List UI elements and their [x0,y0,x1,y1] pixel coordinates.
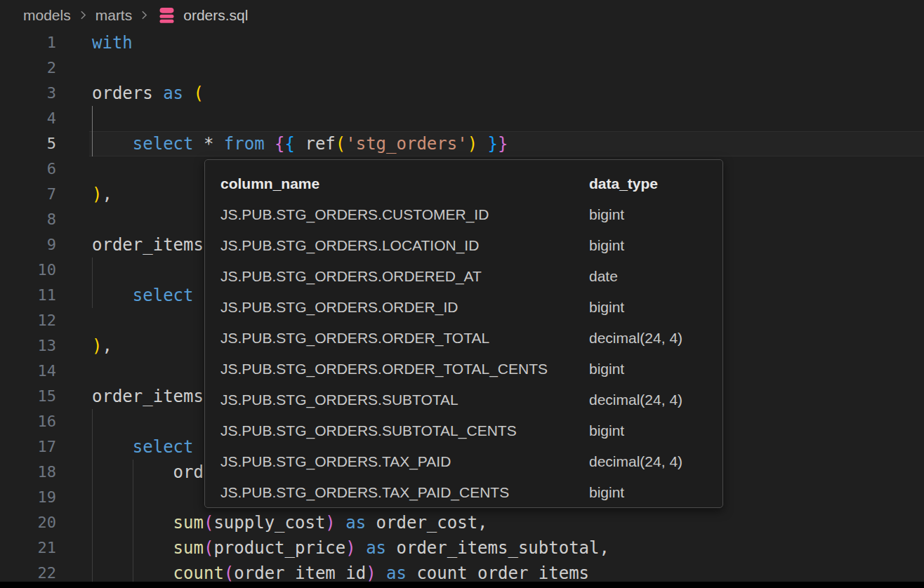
cell-column-name: JS.PUB.STG_ORDERS.TAX_PAID [220,453,589,470]
table-row: JS.PUB.STG_ORDERS.SUBTOTALdecimal(24, 4) [205,385,722,415]
line-number: 19 [0,485,56,510]
cell-column-name: JS.PUB.STG_ORDERS.ORDER_TOTAL_CENTS [220,361,589,377]
cell-data-type: bigint [589,206,722,223]
code-text: order_items [92,384,204,409]
line-number: 17 [0,434,56,460]
table-row: JS.PUB.STG_ORDERS.ORDER_TOTAL_CENTSbigin… [205,354,722,385]
line-number: 2 [0,55,56,81]
code-text: select * from {{ ref('stg_orders') }} [92,131,508,156]
code-line[interactable]: 20 sum(supply_cost) as order_cost, [0,510,924,535]
cell-column-name: JS.PUB.STG_ORDERS.ORDER_TOTAL [220,330,589,347]
cell-data-type: date [589,268,722,285]
line-number: 18 [0,460,56,485]
line-number: 5 [0,131,56,156]
cell-data-type: decimal(24, 4) [589,453,722,470]
code-text: sum(product_price) as order_items_subtot… [92,535,609,561]
line-number: 4 [0,106,56,131]
line-number: 13 [0,333,56,359]
cell-column-name: JS.PUB.STG_ORDERS.LOCATION_ID [220,237,589,254]
table-row: JS.PUB.STG_ORDERS.ORDER_IDbigint [205,292,722,323]
line-number: 10 [0,258,56,283]
code-line[interactable]: 3orders as ( [0,81,924,106]
table-header-row: column_namedata_type [205,168,722,199]
cell-data-type: bigint [589,237,722,254]
breadcrumb-item-marts[interactable]: marts [95,7,133,24]
line-number: 11 [0,283,56,308]
code-text: sum(supply_cost) as order_cost, [92,510,488,535]
cell-data-type: bigint [589,422,722,439]
line-number: 1 [0,30,56,55]
code-text: select [92,434,194,460]
line-number: 14 [0,359,56,384]
breadcrumb-item-models[interactable]: models [23,7,71,24]
chevron-right-icon [138,9,150,21]
line-number: 7 [0,182,56,207]
cell-column-name: JS.PUB.STG_ORDERS.SUBTOTAL [220,392,589,408]
table-row: JS.PUB.STG_ORDERS.CUSTOMER_IDbigint [205,199,722,230]
code-text: ), [92,182,112,207]
table-row: JS.PUB.STG_ORDERS.ORDER_TOTALdecimal(24,… [205,323,722,354]
cell-data-type: decimal(24, 4) [589,330,722,347]
code-line[interactable]: 2 [0,55,924,81]
window-edge [0,582,924,588]
cell-data-type: bigint [589,299,722,316]
code-text: ord [92,460,204,485]
table-row: JS.PUB.STG_ORDERS.ORDERED_ATdate [205,261,722,292]
table-row: JS.PUB.STG_ORDERS.SUBTOTAL_CENTSbigint [205,415,722,446]
cell-column-name: JS.PUB.STG_ORDERS.TAX_PAID_CENTS [220,484,589,501]
chevron-right-icon [77,9,89,21]
line-number: 16 [0,409,56,434]
line-number: 8 [0,207,56,232]
cell-column-name: JS.PUB.STG_ORDERS.SUBTOTAL_CENTS [220,422,589,439]
cell-column-name: JS.PUB.STG_ORDERS.ORDER_ID [220,299,589,316]
code-text: select [92,283,194,308]
cell-column-name: JS.PUB.STG_ORDERS.CUSTOMER_ID [220,206,589,223]
line-number: 15 [0,384,56,409]
line-number: 6 [0,156,56,182]
cell-column-name: JS.PUB.STG_ORDERS.ORDERED_AT [220,268,589,285]
cell-data-type: decimal(24, 4) [589,392,722,408]
column-header-column-name: column_name [220,175,589,192]
code-text: with [92,30,133,55]
code-line[interactable]: 5 select * from {{ ref('stg_orders') }} [0,131,924,156]
table-row: JS.PUB.STG_ORDERS.LOCATION_IDbigint [205,230,722,261]
line-number: 21 [0,535,56,561]
database-icon [157,6,176,24]
code-text: ), [92,333,112,359]
line-number: 9 [0,232,56,258]
breadcrumb: models marts orders.sql [0,0,924,30]
table-row: JS.PUB.STG_ORDERS.TAX_PAID_CENTSbigint [205,477,722,508]
line-number: 12 [0,308,56,333]
table-row: JS.PUB.STG_ORDERS.TAX_PAIDdecimal(24, 4) [205,446,722,477]
cell-data-type: bigint [589,361,722,377]
breadcrumb-item-file[interactable]: orders.sql [183,7,248,24]
code-line[interactable]: 21 sum(product_price) as order_items_sub… [0,535,924,561]
code-text: orders as ( [92,81,204,106]
hover-popup: column_namedata_typeJS.PUB.STG_ORDERS.CU… [204,159,723,508]
code-line[interactable]: 4 [0,106,924,131]
line-number: 3 [0,81,56,106]
code-text: order_items [92,232,204,258]
line-number: 20 [0,510,56,535]
column-header-data-type: data_type [589,175,722,192]
cell-data-type: bigint [589,484,722,501]
code-line[interactable]: 1with [0,30,924,55]
